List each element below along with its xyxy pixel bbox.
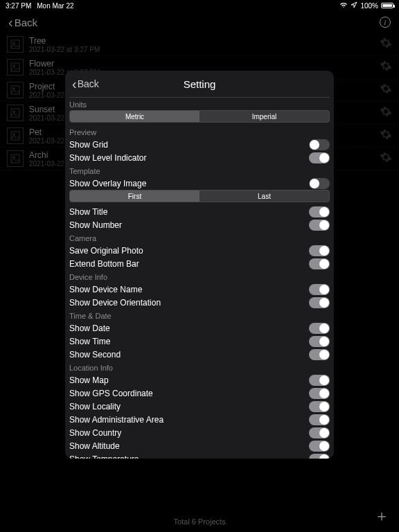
toggle-switch[interactable] [309,152,330,163]
toggle-switch[interactable] [309,220,330,231]
toggle-switch[interactable] [309,454,330,459]
project-thumb-icon [7,127,24,144]
toggle-switch[interactable] [309,388,330,399]
section-label: Units [69,98,330,110]
setting-label: Save Original Photo [69,246,143,256]
svg-rect-0 [11,40,19,48]
section-label: Device Info [69,270,330,283]
chevron-left-icon: ‹ [8,15,13,29]
segment[interactable]: Last [200,190,329,202]
segment[interactable]: Imperial [200,111,329,122]
setting-row: Show GPS Coordinate [69,387,330,400]
setting-label: Show Date [69,323,110,333]
project-thumb-icon [7,150,24,167]
setting-row: Show Time [69,335,330,348]
toggle-switch[interactable] [309,414,330,425]
toggle-switch[interactable] [309,178,330,189]
segmented-control[interactable]: MetricImperial [69,110,330,123]
toggle-switch[interactable] [309,297,330,308]
section-label: Preview [69,125,330,138]
footer: Total 6 Projects ＋ [0,511,399,532]
modal-back-button[interactable]: ‹ Back [72,77,99,91]
setting-row: Show Device Orientation [69,296,330,309]
setting-label: Show Device Name [69,285,142,294]
toggle-switch[interactable] [309,427,330,438]
gear-icon[interactable] [380,151,392,166]
settings-modal: ‹ Back Setting UnitsMetricImperialPrevie… [65,71,334,459]
setting-label: Show Altitude [69,441,120,451]
back-button[interactable]: ‹ Back [8,15,37,29]
setting-label: Show Overlay Image [69,179,146,188]
segmented-control[interactable]: FirstLast [69,190,330,202]
back-label: Back [15,17,37,28]
svg-rect-8 [11,132,19,140]
svg-point-9 [13,134,15,136]
setting-row: Extend Bottom Bar [69,257,330,270]
wifi-icon [339,2,348,10]
svg-rect-4 [11,86,19,94]
setting-row: Save Original Photo [69,244,330,257]
project-subtitle: 2021-03-22 at 3:27 PM [29,46,380,53]
battery-icon [381,3,393,8]
toggle-switch[interactable] [309,336,330,347]
toggle-switch[interactable] [309,441,330,452]
gear-icon[interactable] [380,128,392,143]
section-label: Camera [69,231,330,244]
gear-icon[interactable] [380,37,392,52]
svg-rect-6 [11,109,19,117]
setting-row: Show Second [69,348,330,361]
svg-point-7 [13,111,15,113]
project-row[interactable]: Tree2021-03-22 at 3:27 PM [0,33,399,56]
modal-title: Setting [184,78,216,90]
svg-rect-10 [11,154,19,163]
add-button[interactable]: ＋ [374,506,389,526]
toggle-switch[interactable] [309,375,330,386]
segment[interactable]: Metric [70,111,200,122]
toggle-switch[interactable] [309,284,330,295]
project-title: Tree [29,36,380,46]
toggle-switch[interactable] [309,258,330,269]
setting-row: Show Device Name [69,283,330,296]
setting-row: Show Locality [69,400,330,413]
setting-row: Show Title [69,205,330,218]
setting-label: Show Grid [69,140,108,150]
setting-row: Show Administrative Area [69,413,330,426]
segment[interactable]: First [70,190,200,202]
project-thumb-icon [7,59,24,76]
toggle-switch[interactable] [309,206,330,218]
section-label: Time & Date [69,309,330,321]
setting-label: Show Second [69,350,121,360]
project-thumb-icon [7,82,24,98]
toggle-switch[interactable] [309,139,330,150]
toggle-switch[interactable] [309,323,330,334]
setting-row: Show Temperature [69,452,330,459]
setting-label: Show GPS Coordinate [69,389,153,398]
project-thumb-icon [7,105,24,121]
setting-label: Show Country [69,428,121,438]
setting-row: Show Grid [69,138,330,151]
setting-label: Show Map [69,375,109,385]
info-icon[interactable]: i [380,17,391,28]
setting-label: Show Level Indicator [69,153,146,163]
setting-row: Show Level Indicator [69,151,330,164]
project-thumb-icon [7,36,24,53]
svg-point-11 [13,157,15,159]
setting-label: Show Time [69,337,110,346]
svg-point-1 [13,42,15,44]
section-label: Location Info [69,361,330,373]
location-icon [351,1,357,10]
setting-label: Show Temperature [69,454,139,459]
svg-point-3 [13,65,15,67]
setting-label: Extend Bottom Bar [69,259,139,269]
battery-percent: 100% [360,2,378,10]
status-bar: 3:27 PM Mon Mar 22 100% [0,0,399,11]
gear-icon[interactable] [380,105,392,121]
modal-header: ‹ Back Setting [65,71,334,97]
chevron-left-icon: ‹ [72,77,77,91]
toggle-switch[interactable] [309,245,330,256]
gear-icon[interactable] [380,60,392,75]
gear-icon[interactable] [380,82,392,98]
toggle-switch[interactable] [309,349,330,360]
toggle-switch[interactable] [309,401,330,412]
setting-label: Show Number [69,220,122,230]
